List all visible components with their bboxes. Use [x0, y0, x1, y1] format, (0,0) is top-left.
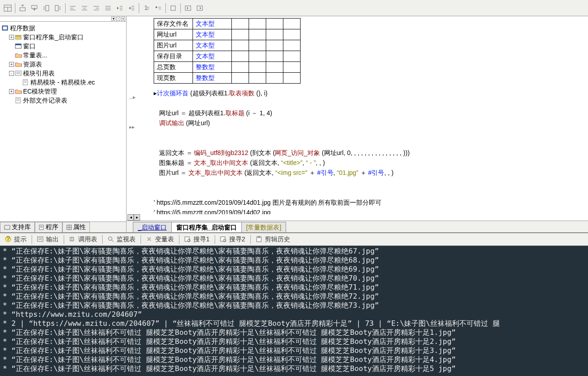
code-editor[interactable]: 保存文件名文本型网址url文本型图片url文本型保存目录文本型总页数整数型现页数… [127, 16, 588, 214]
page-icon [39, 225, 44, 230]
layout-icon[interactable] [2, 3, 14, 14]
svg-line-74 [112, 240, 113, 242]
indent-icon[interactable] [126, 3, 137, 14]
tab-program[interactable]: 程序 [35, 222, 62, 232]
align-center-icon[interactable] [79, 3, 90, 14]
tab-calltable[interactable]: 调用表 [66, 234, 100, 245]
table-row[interactable]: 保存目录文本型 [154, 51, 301, 62]
table-row[interactable]: 现页数整数型 [154, 73, 301, 84]
var-icon [146, 236, 153, 243]
tree-item-label: 外部文件记录表 [23, 96, 67, 105]
tree-item-icon [22, 79, 29, 85]
panel-close-icon[interactable]: × [121, 17, 125, 21]
tree-item-label: 精易模块 - 精易模块.ec [30, 78, 95, 87]
code-comment[interactable]: ' https://i5.mmzztt.com/2019/09/14d01.jp… [154, 197, 588, 207]
tree-item[interactable]: -模块引用表 [1, 69, 125, 78]
code-line[interactable]: 返回文本 ＝ 编码_utf8到gb2312 (到文本 (网页_访问_对象 (网址… [154, 148, 588, 158]
code-line[interactable]: 调试输出 (网址url) [154, 118, 588, 128]
outdent-icon[interactable] [114, 3, 126, 14]
bracket-left-icon[interactable] [182, 3, 194, 14]
output-icon [37, 236, 44, 243]
table-row[interactable]: 保存文件名文本型 [154, 19, 301, 29]
code-editor-area: 保存文件名文本型网址url文本型图片url文本型保存目录文本型总页数整数型现页数… [127, 16, 588, 232]
format2-icon[interactable] [152, 3, 164, 14]
table-row[interactable]: 网址url文本型 [154, 29, 301, 40]
table-row[interactable]: 图片url文本型 [154, 40, 301, 51]
var-type: 文本型 [193, 40, 232, 51]
svg-rect-81 [258, 236, 260, 238]
svg-text:+: + [33, 5, 36, 12]
svg-rect-11 [55, 5, 58, 11]
code-line[interactable]: ▸计次循环首 (超级列表框1.取表项数 (), i) [154, 88, 588, 98]
var-name: 网址url [154, 29, 193, 40]
tree-expand-icon[interactable]: - [9, 71, 14, 76]
tree-item-icon [15, 34, 22, 40]
scroll-left-button[interactable]: ◂ [127, 214, 134, 221]
gutter-arrow-icon: ▸▸ [129, 124, 135, 130]
tab-properties[interactable]: 属性 [62, 222, 90, 232]
align-right-icon[interactable] [90, 3, 102, 14]
tree-item-icon [15, 88, 22, 94]
align-left-icon[interactable] [67, 3, 79, 14]
tab-tips[interactable]: ?提示 [2, 234, 30, 245]
output-console[interactable]: * “正在保存E:\妹子图\家有骚妻陶喜乐，夜夜销魂让你弹尽粮绝\家有骚妻陶喜乐… [0, 246, 588, 376]
tree-root[interactable]: 程序数据 [1, 24, 125, 33]
tree-item-icon [15, 97, 22, 103]
add-row-after-icon[interactable]: + [28, 3, 40, 14]
find-icon [220, 236, 227, 243]
tree-item[interactable]: 外部文件记录表 [1, 96, 125, 105]
justify-icon[interactable] [102, 3, 114, 14]
var-name: 总页数 [154, 62, 193, 73]
prop-icon [66, 225, 72, 230]
var-name: 保存目录 [154, 51, 193, 62]
gutter-arrow-icon: ‥▸ [129, 94, 136, 100]
tab-startup-window[interactable]: _启动窗口 [133, 222, 172, 232]
tree-item-icon [15, 52, 22, 58]
tree-item[interactable]: +EC模块管理 [1, 87, 125, 96]
tab-output[interactable]: 输出 [34, 234, 62, 245]
tree-item[interactable]: 常量表... [1, 51, 125, 60]
col-left-icon[interactable] [40, 3, 52, 14]
code-comment[interactable]: ' https://i5.mmzztt.com/2019/09/14d02.jp… [154, 207, 588, 214]
svg-rect-43 [3, 27, 7, 29]
tree-expand-icon[interactable]: + [9, 89, 14, 94]
tree-item-label: 常量表... [23, 51, 47, 60]
project-tree[interactable]: 程序数据 +窗口程序集_启动窗口窗口常量表...+资源表-模块引用表精易模块 -… [0, 22, 126, 221]
tab-watch[interactable]: 监视表 [104, 234, 139, 245]
code-line[interactable]: 图片url ＝ 文本_取出中间文本 (返回文本, “<img src=” ＋ #… [154, 168, 588, 178]
tab-const-table[interactable]: [常量数据表] [241, 222, 287, 232]
tree-expand-icon[interactable]: + [9, 35, 14, 40]
tree-expand-icon[interactable]: + [9, 62, 14, 67]
bracket-right-icon[interactable] [194, 3, 206, 14]
rect-icon[interactable] [167, 3, 179, 14]
svg-rect-48 [15, 71, 21, 75]
svg-rect-7 [46, 5, 49, 11]
tree-item-label: 模块引用表 [23, 69, 55, 78]
tab-support-lib[interactable]: 支持库 [0, 222, 35, 232]
tab-cliphistory[interactable]: 剪辑历史 [253, 234, 293, 245]
tab-window-procset[interactable]: 窗口程序集_启动窗口 [171, 222, 242, 232]
tree-item[interactable]: 精易模块 - 精易模块.ec [1, 78, 125, 87]
scroll-right-button[interactable]: ▸ [134, 214, 140, 221]
panel-restore-icon[interactable]: ▫ [116, 17, 120, 21]
table-row[interactable]: 总页数整数型 [154, 62, 301, 73]
panel-arrow-down-icon[interactable]: ▾ [111, 17, 115, 21]
tree-item[interactable]: +资源表 [1, 60, 125, 69]
col-right-icon[interactable] [52, 3, 64, 14]
bottom-panel: ?提示 输出 调用表 监视表 变量表 搜寻1 搜寻2 剪辑历史 * “正在保存E… [0, 232, 588, 376]
add-row-before-icon[interactable]: + [17, 3, 28, 14]
code-line[interactable]: 图集标题 ＝ 文本_取出中间文本 (返回文本, “<title>”, “ - ”… [154, 158, 588, 168]
tree-item[interactable]: +窗口程序集_启动窗口 [1, 33, 125, 42]
variable-table[interactable]: 保存文件名文本型网址url文本型图片url文本型保存目录文本型总页数整数型现页数… [154, 18, 301, 84]
var-type: 整数型 [193, 62, 232, 73]
tree-item[interactable]: 窗口 [1, 42, 125, 51]
var-name: 保存文件名 [154, 19, 193, 29]
format1-icon[interactable]: 1 [141, 3, 152, 14]
var-name: 现页数 [154, 73, 193, 84]
tab-search2[interactable]: 搜寻2 [217, 234, 249, 245]
tab-search1[interactable]: 搜寻1 [181, 234, 213, 245]
code-line[interactable]: 网址url ＝ 超级列表框1.取标题 (i － 1, 4) [154, 108, 588, 118]
left-panel-tabs: 支持库 程序 属性 [0, 221, 126, 232]
project-panel: ▾ ▫ × 程序数据 +窗口程序集_启动窗口窗口常量表...+资源表-模块引用表… [0, 16, 127, 232]
tab-variables[interactable]: 变量表 [143, 234, 177, 245]
